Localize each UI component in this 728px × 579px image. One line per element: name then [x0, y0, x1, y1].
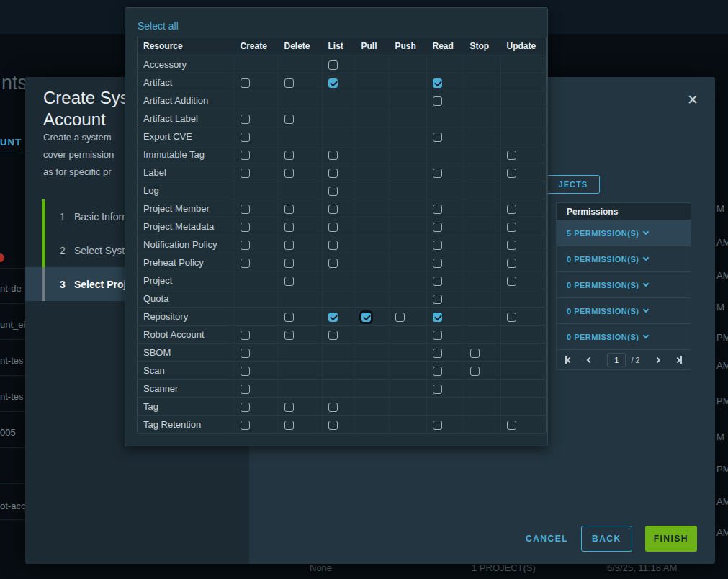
permissions-count-label: 0 PERMISSION(S)	[567, 307, 639, 315]
checkbox-artifact-label-delete[interactable]	[284, 115, 294, 124]
checkbox-project-update[interactable]	[507, 277, 516, 286]
checkbox-repository-update[interactable]	[507, 313, 516, 322]
checkbox-preheat-policy-update[interactable]	[507, 259, 516, 268]
checkbox-repository-pull[interactable]	[361, 313, 371, 322]
first-page-icon[interactable]	[565, 356, 572, 364]
matrix-cell	[390, 235, 427, 253]
checkbox-scan-create[interactable]	[241, 367, 250, 376]
checkbox-tag-retention-read[interactable]	[433, 421, 442, 430]
checkbox-sbom-stop[interactable]	[470, 349, 480, 358]
checkbox-label-delete[interactable]	[284, 169, 294, 178]
checkbox-immutable-tag-delete[interactable]	[284, 151, 294, 160]
checkbox-immutable-tag-list[interactable]	[328, 151, 338, 160]
checkbox-sbom-read[interactable]	[433, 349, 442, 358]
checkbox-tag-retention-delete[interactable]	[284, 421, 294, 430]
checkbox-tag-retention-list[interactable]	[328, 421, 338, 430]
checkbox-export-cve-read[interactable]	[433, 133, 442, 142]
permissions-dropdown-row-5[interactable]: 0 PERMISSION(S)	[556, 324, 691, 350]
checkbox-immutable-tag-update[interactable]	[507, 151, 516, 160]
checkbox-project-read[interactable]	[433, 277, 442, 286]
checkbox-tag-retention-create[interactable]	[241, 421, 250, 430]
checkbox-project-delete[interactable]	[284, 277, 294, 286]
cancel-button[interactable]: CANCEL	[526, 534, 568, 544]
checkbox-scan-stop[interactable]	[470, 367, 480, 376]
permissions-dropdown-row-1[interactable]: 5 PERMISSION(S)	[556, 220, 691, 246]
checkbox-accessory-list[interactable]	[328, 60, 338, 70]
permissions-dropdown-row-4[interactable]: 0 PERMISSION(S)	[556, 298, 691, 324]
permissions-dropdown-row-3[interactable]: 0 PERMISSION(S)	[556, 272, 691, 298]
finish-button[interactable]: FINISH	[645, 526, 697, 552]
checkbox-project-member-list[interactable]	[328, 205, 338, 214]
checkbox-label-create[interactable]	[241, 169, 250, 178]
checkbox-quota-read[interactable]	[433, 295, 442, 304]
column-header-resource: Resource	[138, 37, 235, 55]
checkbox-repository-delete[interactable]	[284, 313, 294, 322]
checkbox-notification-policy-create[interactable]	[241, 241, 250, 250]
checkbox-notification-policy-delete[interactable]	[284, 241, 294, 250]
checkbox-label-list[interactable]	[328, 169, 338, 178]
matrix-cell	[356, 181, 390, 199]
checkbox-tag-list[interactable]	[328, 403, 338, 412]
checkbox-robot-account-read[interactable]	[433, 331, 442, 340]
checkbox-artifact-create[interactable]	[241, 78, 250, 88]
checkbox-tag-retention-update[interactable]	[507, 421, 516, 430]
checkbox-scanner-create[interactable]	[241, 385, 250, 394]
checkbox-project-metadata-list[interactable]	[328, 223, 338, 232]
background-row-divider	[0, 375, 25, 376]
checkbox-project-metadata-update[interactable]	[507, 223, 516, 232]
checkbox-robot-account-delete[interactable]	[284, 331, 294, 340]
checkbox-tag-create[interactable]	[241, 403, 250, 412]
checkbox-label-read[interactable]	[433, 169, 442, 178]
checkbox-preheat-policy-create[interactable]	[241, 259, 250, 268]
checkbox-artifact-read[interactable]	[433, 78, 442, 88]
checkbox-sbom-create[interactable]	[241, 349, 250, 358]
checkbox-artifact-addition-read[interactable]	[433, 96, 442, 106]
checkbox-preheat-policy-list[interactable]	[328, 259, 338, 268]
matrix-cell	[279, 55, 323, 73]
page-input[interactable]	[607, 353, 626, 367]
matrix-cell	[390, 253, 427, 271]
checkbox-notification-policy-read[interactable]	[433, 241, 442, 250]
checkbox-log-list[interactable]	[328, 187, 338, 196]
checkbox-repository-push[interactable]	[395, 313, 405, 322]
checkbox-project-member-update[interactable]	[507, 205, 516, 214]
checkbox-project-member-delete[interactable]	[284, 205, 294, 214]
checkbox-project-metadata-delete[interactable]	[284, 223, 294, 232]
checkbox-repository-read[interactable]	[433, 313, 442, 322]
checkbox-notification-policy-list[interactable]	[328, 241, 338, 250]
checkbox-robot-account-create[interactable]	[241, 331, 250, 340]
next-page-icon[interactable]	[655, 358, 660, 362]
last-page-icon[interactable]	[675, 356, 682, 364]
checkbox-project-member-create[interactable]	[241, 205, 250, 214]
checkbox-preheat-policy-read[interactable]	[433, 259, 442, 268]
checkbox-project-metadata-create[interactable]	[241, 223, 250, 232]
checkbox-scanner-read[interactable]	[433, 385, 442, 394]
checkbox-artifact-label-create[interactable]	[241, 115, 250, 124]
checkbox-repository-list[interactable]	[328, 313, 338, 322]
back-button[interactable]: BACK	[581, 526, 632, 552]
matrix-cell	[390, 127, 427, 145]
checkbox-notification-policy-update[interactable]	[507, 241, 516, 250]
permissions-dropdown-row-2[interactable]: 0 PERMISSION(S)	[556, 246, 691, 272]
checkbox-robot-account-list[interactable]	[328, 331, 338, 340]
checkbox-scan-read[interactable]	[433, 367, 442, 376]
checkbox-project-metadata-read[interactable]	[433, 223, 442, 232]
checkbox-preheat-policy-delete[interactable]	[284, 259, 294, 268]
error-status-icon	[0, 253, 4, 262]
matrix-cell	[235, 326, 279, 344]
checkbox-artifact-list[interactable]	[328, 78, 338, 88]
matrix-cell	[390, 344, 427, 362]
close-icon[interactable]: ✕	[687, 93, 698, 107]
matrix-cell	[390, 398, 427, 416]
matrix-cell	[235, 91, 279, 109]
checkbox-project-member-read[interactable]	[433, 205, 442, 214]
select-all-link[interactable]: Select all	[138, 20, 179, 32]
checkbox-artifact-delete[interactable]	[284, 78, 294, 88]
checkbox-label-update[interactable]	[507, 169, 516, 178]
checkbox-tag-delete[interactable]	[284, 403, 294, 412]
matrix-cell	[323, 91, 356, 109]
checkbox-export-cve-create[interactable]	[241, 133, 250, 142]
matrix-cell	[235, 235, 279, 253]
checkbox-immutable-tag-create[interactable]	[241, 151, 250, 160]
previous-page-icon[interactable]	[588, 358, 592, 362]
